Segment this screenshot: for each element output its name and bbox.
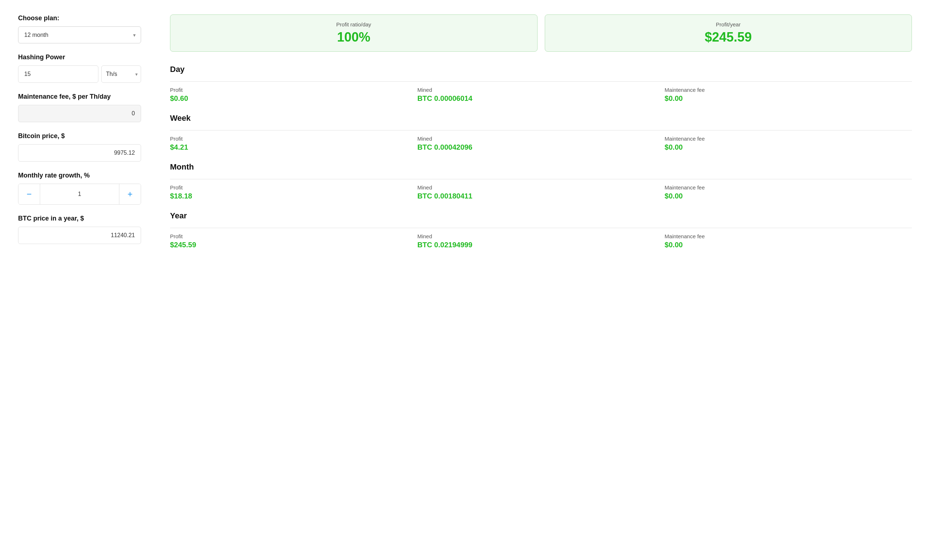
- unit-select[interactable]: Th/s Gh/s Mh/s: [102, 66, 141, 82]
- mined-col: Mined BTC 0.00006014: [417, 87, 665, 103]
- hashing-power-label: Hashing Power: [18, 54, 141, 61]
- stats-row: Profit $4.21 Mined BTC 0.00042096 Mainte…: [170, 136, 912, 152]
- fee-col: Maintenance fee $0.00: [665, 136, 912, 152]
- period-section-day: Day Profit $0.60 Mined BTC 0.00006014 Ma…: [170, 65, 912, 103]
- period-title: Week: [170, 114, 912, 127]
- fee-value: $0.00: [665, 192, 912, 200]
- profit-ratio-day-label: Profit ratio/day: [179, 21, 528, 28]
- profit-label: Profit: [170, 233, 417, 239]
- period-divider: [170, 228, 912, 228]
- choose-plan-block: Choose plan: 12 month 1 month 3 month 6 …: [18, 14, 141, 43]
- profit-col: Profit $4.21: [170, 136, 417, 152]
- profit-value: $4.21: [170, 143, 417, 152]
- fee-label: Maintenance fee: [665, 184, 912, 190]
- profit-col: Profit $245.59: [170, 233, 417, 249]
- mined-col: Mined BTC 0.00180411: [417, 184, 665, 200]
- stepper-row: − +: [18, 184, 141, 205]
- mined-label: Mined: [417, 233, 665, 239]
- fee-label: Maintenance fee: [665, 87, 912, 93]
- profit-label: Profit: [170, 87, 417, 93]
- fee-label: Maintenance fee: [665, 136, 912, 142]
- fee-value: $0.00: [665, 94, 912, 103]
- fee-col: Maintenance fee $0.00: [665, 87, 912, 103]
- profit-col: Profit $18.18: [170, 184, 417, 200]
- period-title: Month: [170, 162, 912, 175]
- profit-label: Profit: [170, 136, 417, 142]
- fee-value: $0.00: [665, 143, 912, 152]
- profit-value: $18.18: [170, 192, 417, 200]
- choose-plan-label: Choose plan:: [18, 14, 141, 22]
- stats-row: Profit $18.18 Mined BTC 0.00180411 Maint…: [170, 184, 912, 200]
- left-panel: Choose plan: 12 month 1 month 3 month 6 …: [18, 14, 141, 254]
- fee-col: Maintenance fee $0.00: [665, 184, 912, 200]
- period-section-month: Month Profit $18.18 Mined BTC 0.00180411…: [170, 162, 912, 200]
- mined-value: BTC 0.00006014: [417, 94, 665, 103]
- monthly-rate-input[interactable]: [40, 184, 119, 204]
- btc-price-year-input[interactable]: [18, 227, 141, 244]
- period-section-year: Year Profit $245.59 Mined BTC 0.02194999…: [170, 211, 912, 249]
- profit-col: Profit $0.60: [170, 87, 417, 103]
- fee-value: $0.00: [665, 241, 912, 249]
- period-sections: Day Profit $0.60 Mined BTC 0.00006014 Ma…: [170, 65, 912, 249]
- bitcoin-price-label: Bitcoin price, $: [18, 132, 141, 140]
- hashing-power-input[interactable]: [18, 66, 99, 83]
- profit-value: $0.60: [170, 94, 417, 103]
- hashing-power-block: Hashing Power Th/s Gh/s Mh/s ▾: [18, 54, 141, 83]
- period-title: Year: [170, 211, 912, 224]
- unit-select-wrapper: Th/s Gh/s Mh/s ▾: [101, 66, 141, 83]
- period-divider: [170, 81, 912, 82]
- maintenance-fee-input[interactable]: [18, 105, 141, 122]
- profit-year-value: $245.59: [554, 30, 903, 45]
- profit-ratio-card: Profit ratio/day 100%: [170, 14, 537, 52]
- profit-value: $245.59: [170, 241, 417, 249]
- bitcoin-price-block: Bitcoin price, $: [18, 132, 141, 162]
- profit-year-label: Profit/year: [554, 21, 903, 28]
- btc-price-year-block: BTC price in a year, $: [18, 215, 141, 244]
- plan-select[interactable]: 12 month 1 month 3 month 6 month 24 mont…: [18, 27, 141, 43]
- hashing-power-row: Th/s Gh/s Mh/s ▾: [18, 66, 141, 83]
- period-divider: [170, 130, 912, 130]
- fee-label: Maintenance fee: [665, 233, 912, 239]
- monthly-rate-label: Monthly rate growth, %: [18, 172, 141, 180]
- monthly-rate-block: Monthly rate growth, % − +: [18, 172, 141, 205]
- increment-button[interactable]: +: [119, 184, 141, 204]
- profit-label: Profit: [170, 184, 417, 190]
- maintenance-fee-block: Maintenance fee, $ per Th/day: [18, 93, 141, 122]
- stats-row: Profit $245.59 Mined BTC 0.02194999 Main…: [170, 233, 912, 249]
- mined-label: Mined: [417, 87, 665, 93]
- profit-ratio-day-value: 100%: [179, 30, 528, 45]
- plan-select-wrapper: 12 month 1 month 3 month 6 month 24 mont…: [18, 26, 141, 43]
- mined-col: Mined BTC 0.00042096: [417, 136, 665, 152]
- summary-cards: Profit ratio/day 100% Profit/year $245.5…: [170, 14, 912, 52]
- stats-row: Profit $0.60 Mined BTC 0.00006014 Mainte…: [170, 87, 912, 103]
- mined-value: BTC 0.00180411: [417, 192, 665, 200]
- period-divider: [170, 179, 912, 180]
- btc-price-year-label: BTC price in a year, $: [18, 215, 141, 222]
- bitcoin-price-input[interactable]: [18, 144, 141, 162]
- mined-label: Mined: [417, 184, 665, 190]
- right-panel: Profit ratio/day 100% Profit/year $245.5…: [170, 14, 912, 260]
- mined-value: BTC 0.00042096: [417, 143, 665, 152]
- maintenance-fee-label: Maintenance fee, $ per Th/day: [18, 93, 141, 101]
- mined-label: Mined: [417, 136, 665, 142]
- period-title: Day: [170, 65, 912, 78]
- mined-value: BTC 0.02194999: [417, 241, 665, 249]
- decrement-button[interactable]: −: [18, 184, 40, 204]
- fee-col: Maintenance fee $0.00: [665, 233, 912, 249]
- mined-col: Mined BTC 0.02194999: [417, 233, 665, 249]
- period-section-week: Week Profit $4.21 Mined BTC 0.00042096 M…: [170, 114, 912, 152]
- profit-year-card: Profit/year $245.59: [545, 14, 912, 52]
